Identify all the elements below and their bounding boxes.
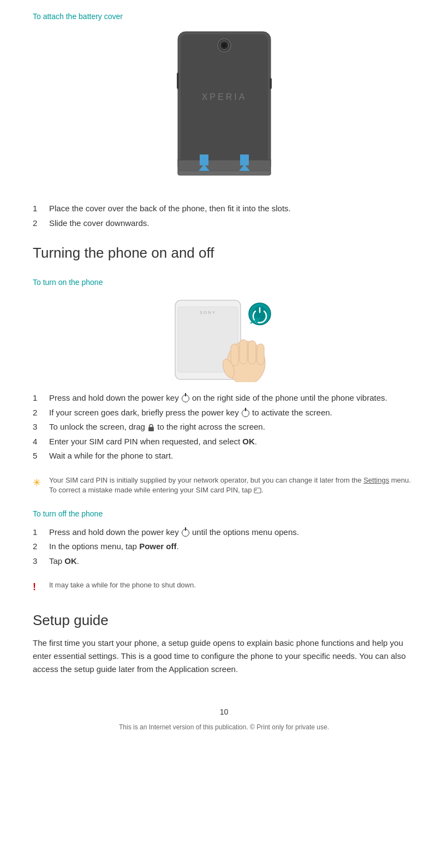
turn-off-steps-list: 1 Press and hold down the power key unti… (33, 526, 415, 568)
svg-rect-22 (231, 344, 238, 366)
turn-on-steps-list: 1 Press and hold down the power key on t… (33, 392, 415, 462)
turn-off-heading: To turn off the phone (33, 508, 415, 520)
svg-text:SONY: SONY (199, 310, 216, 315)
turn-on-step-4: 4 Enter your SIM card PIN when requested… (33, 436, 415, 448)
attach-step-1: 1 Place the cover over the back of the p… (33, 203, 415, 215)
warning-box: ! It may take a while for the phone to s… (33, 580, 415, 594)
turn-on-step-5: 5 Wait a while for the phone to start. (33, 450, 415, 462)
power-icon-1 (182, 395, 189, 402)
tip-box: ✳ Your SIM card PIN is initially supplie… (33, 475, 415, 495)
turn-off-step-1: 1 Press and hold down the power key unti… (33, 526, 415, 539)
svg-rect-7 (178, 171, 271, 175)
svg-rect-13 (270, 78, 272, 89)
tip-icon: ✳ (33, 476, 44, 495)
setup-guide-title: Setup guide (33, 610, 415, 631)
attach-battery-heading: To attach the battery cover (33, 11, 415, 22)
svg-rect-11 (240, 154, 249, 165)
turn-off-step-3: 3 Tap OK. (33, 555, 415, 568)
page-number: 10 (33, 706, 415, 718)
svg-rect-28 (148, 427, 154, 431)
phone-back-image: XPERIA (33, 29, 415, 193)
turn-on-step-3: 3 To unlock the screen, drag to the righ… (33, 421, 415, 433)
power-icon-3 (182, 529, 189, 537)
svg-rect-23 (240, 340, 247, 364)
svg-rect-9 (200, 154, 208, 165)
svg-rect-1 (181, 34, 268, 170)
svg-text:XPERIA: XPERIA (201, 92, 247, 102)
attach-battery-section: To attach the battery cover XPERIA (33, 11, 415, 229)
footer-text: This is an Internet version of this publ… (33, 722, 415, 732)
back-icon (254, 486, 261, 494)
turning-section: Turning the phone on and off To turn on … (33, 242, 415, 594)
attach-steps-list: 1 Place the cover over the back of the p… (33, 203, 415, 229)
page-footer: 10 This is an Internet version of this p… (33, 698, 415, 732)
lock-icon (147, 424, 155, 431)
turn-on-svg: SONY (159, 295, 290, 382)
turn-on-subsection: To turn on the phone SONY (33, 277, 415, 495)
phone-back-svg: XPERIA (164, 29, 284, 193)
svg-point-4 (222, 43, 226, 47)
setup-guide-section: Setup guide The first time you start you… (33, 610, 415, 676)
turn-off-subsection: To turn off the phone 1 Press and hold d… (33, 508, 415, 594)
svg-rect-24 (248, 341, 256, 364)
attach-step-2: 2 Slide the cover downwards. (33, 217, 415, 230)
turn-on-heading: To turn on the phone (33, 277, 415, 288)
warning-icon: ! (33, 580, 44, 594)
turn-on-image: SONY (33, 295, 415, 382)
turn-on-step-2: 2 If your screen goes dark, briefly pres… (33, 407, 415, 419)
turning-section-title: Turning the phone on and off (33, 242, 415, 264)
svg-rect-25 (257, 344, 264, 365)
setup-guide-body: The first time you start your phone, a s… (33, 637, 415, 676)
turn-off-step-2: 2 In the options menu, tap Power off. (33, 540, 415, 553)
svg-rect-12 (177, 73, 179, 89)
turn-on-step-1: 1 Press and hold down the power key on t… (33, 392, 415, 405)
power-icon-2 (242, 409, 249, 417)
